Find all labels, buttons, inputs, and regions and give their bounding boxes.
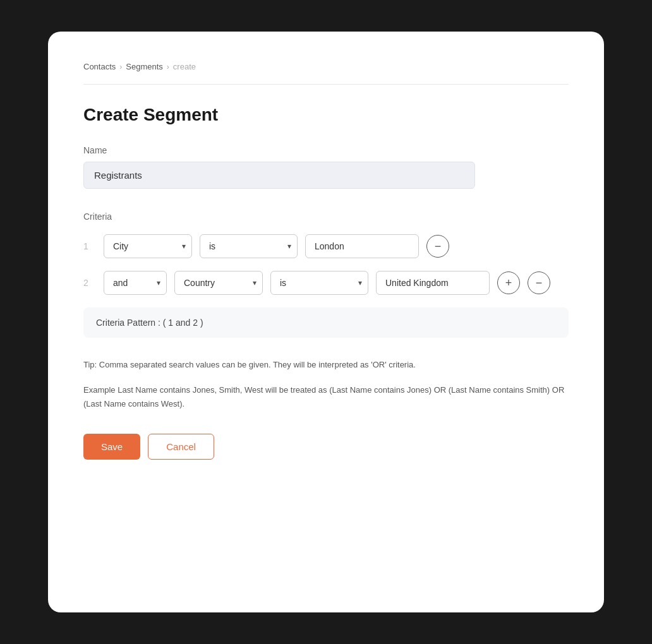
add-criteria-button[interactable]: +: [497, 271, 520, 294]
breadcrumb-contacts[interactable]: Contacts: [83, 62, 116, 71]
criteria-pattern: Criteria Pattern : ( 1 and 2 ): [83, 307, 569, 338]
name-input[interactable]: [83, 162, 475, 189]
tip-section: Tip: Comma separated search values can b…: [83, 358, 569, 411]
operator-select-wrapper-1: is is not contains does not contain ▾: [200, 234, 298, 258]
value-input-2[interactable]: [376, 271, 490, 295]
operator-select-2[interactable]: is is not contains does not contain: [270, 271, 368, 295]
field-select-1[interactable]: City Country First Name Last Name Email: [104, 234, 192, 258]
value-input-1[interactable]: [305, 234, 419, 258]
operator-select-wrapper-2: is is not contains does not contain ▾: [270, 271, 368, 295]
cancel-button[interactable]: Cancel: [148, 434, 214, 460]
breadcrumb: Contacts › Segments › create: [83, 62, 569, 71]
row-number-1: 1: [83, 241, 96, 251]
criteria-pattern-text: Criteria Pattern : ( 1 and 2 ): [96, 318, 203, 328]
criteria-row-1: 1 City Country First Name Last Name Emai…: [83, 234, 569, 258]
connector-select-2[interactable]: and or: [104, 271, 167, 295]
main-card: Contacts › Segments › create Create Segm…: [48, 32, 604, 612]
criteria-label: Criteria: [83, 212, 569, 222]
name-label: Name: [83, 145, 569, 155]
remove-criteria-1-button[interactable]: −: [426, 235, 449, 258]
field-select-wrapper-1: City Country First Name Last Name Email …: [104, 234, 192, 258]
tip-line-1: Tip: Comma separated search values can b…: [83, 358, 569, 372]
actions: Save Cancel: [83, 434, 569, 460]
row-number-2: 2: [83, 278, 96, 288]
breadcrumb-current: create: [173, 62, 196, 71]
name-section: Name: [83, 145, 569, 212]
field-select-2[interactable]: City Country First Name Last Name Email: [174, 271, 263, 295]
breadcrumb-segments[interactable]: Segments: [126, 62, 163, 71]
criteria-section: Criteria 1 City Country First Name Last …: [83, 212, 569, 338]
page-title: Create Segment: [83, 105, 569, 125]
field-select-wrapper-2: City Country First Name Last Name Email …: [174, 271, 263, 295]
criteria-row-2: 2 and or ▾ City Country First Name Last …: [83, 271, 569, 295]
title-divider: [83, 84, 569, 85]
save-button[interactable]: Save: [83, 434, 140, 460]
breadcrumb-sep-1: ›: [119, 63, 122, 71]
remove-criteria-2-button[interactable]: −: [528, 271, 550, 294]
operator-select-1[interactable]: is is not contains does not contain: [200, 234, 298, 258]
tip-line-2: Example Last Name contains Jones, Smith,…: [83, 383, 569, 411]
breadcrumb-sep-2: ›: [167, 63, 169, 71]
connector-select-wrapper-2: and or ▾: [104, 271, 167, 295]
